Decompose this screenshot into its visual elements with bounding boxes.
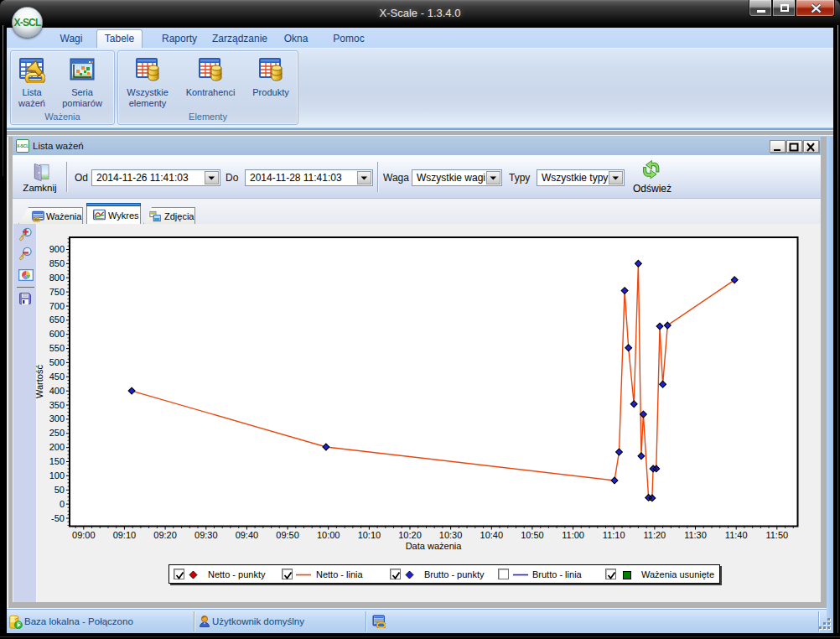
svg-text:100: 100 [49,470,65,481]
svg-text:800: 800 [49,273,65,283]
svg-text:09:20: 09:20 [153,530,177,540]
svg-text:09:10: 09:10 [113,530,137,540]
svg-text:Data ważenia: Data ważenia [406,541,463,551]
svg-text:11:40: 11:40 [725,530,748,540]
svg-text:09:00: 09:00 [72,530,96,540]
svg-text:450: 450 [49,371,65,382]
svg-text:Wartość: Wartość [34,365,44,398]
svg-text:400: 400 [49,386,65,396]
svg-text:550: 550 [49,343,65,353]
svg-text:11:30: 11:30 [684,530,707,540]
svg-text:850: 850 [49,258,65,268]
svg-text:500: 500 [49,357,65,367]
svg-text:X-SCL: X-SCL [17,143,29,148]
svg-text:11:10: 11:10 [603,530,625,540]
svg-text:650: 650 [49,314,65,325]
svg-text:09:50: 09:50 [276,530,299,540]
svg-text:11:20: 11:20 [644,530,666,540]
svg-text:200: 200 [49,442,65,452]
svg-text:10:30: 10:30 [439,530,463,540]
svg-text:10:50: 10:50 [521,530,544,540]
svg-text:10:20: 10:20 [398,530,422,540]
svg-text:700: 700 [49,301,65,311]
svg-text:300: 300 [49,413,65,423]
svg-text:09:40: 09:40 [236,530,259,540]
svg-text:900: 900 [49,244,65,254]
svg-text:11:50: 11:50 [765,530,788,540]
svg-text:250: 250 [49,428,65,438]
svg-text:350: 350 [49,400,65,410]
svg-text:50: 50 [54,485,65,495]
svg-text:0: 0 [60,499,65,509]
svg-text:10:40: 10:40 [480,530,504,540]
svg-text:11:00: 11:00 [562,530,584,540]
svg-text:09:30: 09:30 [194,530,218,540]
svg-text:150: 150 [49,456,65,466]
svg-text:10:00: 10:00 [317,530,340,540]
svg-text:-50: -50 [51,513,65,523]
svg-text:750: 750 [49,287,65,297]
svg-text:600: 600 [49,329,65,339]
svg-text:10:10: 10:10 [358,530,381,540]
